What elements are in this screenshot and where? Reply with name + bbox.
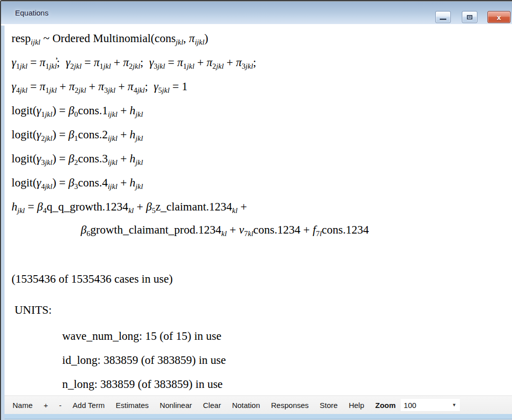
toolbar-button-nonlinear[interactable]: Nonlinear: [154, 401, 198, 409]
toolbar-button-responses[interactable]: Responses: [266, 401, 314, 409]
zoom-value: 100: [404, 401, 416, 409]
restore-button[interactable]: [462, 11, 477, 23]
equations-toolbar: Name+-Add TermEstimatesNonlinearClearNot…: [5, 395, 512, 414]
units-line: wave_num_long: 15 (of 15) in use: [5, 327, 512, 345]
units-line: id_long: 383859 (of 383859) in use: [5, 351, 512, 369]
minimize-button[interactable]: [435, 11, 451, 23]
equation-line[interactable]: respijkl ~ Ordered Multinomial(consjkl, …: [5, 30, 512, 48]
equation-line[interactable]: logit(γ1jkl) = β0cons.1ijkl + hjkl: [5, 102, 512, 120]
toolbar-buttons: Name+-Add TermEstimatesNonlinearClearNot…: [5, 401, 370, 409]
title-bar[interactable]: Equations x: [1, 1, 512, 24]
close-icon: x: [497, 14, 501, 21]
equation-line[interactable]: logit(γ4jkl) = β3cons.4ijkl + hjkl: [5, 174, 512, 192]
toolbar-button-estimates[interactable]: Estimates: [110, 401, 154, 409]
toolbar-button-add-term[interactable]: Add Term: [67, 401, 110, 409]
toolbar-button-store[interactable]: Store: [314, 401, 344, 409]
window-frame-left: [1, 26, 5, 420]
equation-area: respijkl ~ Ordered Multinomial(consjkl, …: [5, 24, 512, 395]
info-line: UNITS:: [5, 301, 512, 319]
equation-line[interactable]: γ1jkl = π1jkl҆; γ2jkl = π1jkl + π2jkl; γ…: [5, 54, 512, 72]
equations-window: Equations x respijkl ~ Ordered Multinomi…: [0, 0, 512, 420]
toolbar-button-help[interactable]: Help: [343, 401, 370, 409]
units-line: n_long: 383859 (of 383859) in use: [5, 375, 512, 393]
restore-icon: [467, 15, 472, 20]
toolbar-button-clear[interactable]: Clear: [198, 401, 227, 409]
window-frame-bottom: [5, 414, 512, 419]
window-title: Equations: [15, 9, 49, 17]
chevron-down-icon: ▼: [452, 402, 456, 407]
equation-line[interactable]: β6growth_claimant_prod.1234kl + v7klcons…: [5, 221, 512, 239]
info-line: (1535436 of 1535436 cases in use): [5, 270, 512, 288]
toolbar-button-name[interactable]: Name: [7, 401, 38, 409]
toolbar-button-[interactable]: +: [38, 401, 54, 409]
toolbar-button-[interactable]: -: [54, 401, 67, 409]
zoom-label: Zoom: [370, 401, 399, 409]
equation-line[interactable]: γ4jkl = π1jkl + π2jkl + π3jkl + π4jkl; γ…: [5, 78, 512, 96]
toolbar-button-notation[interactable]: Notation: [227, 401, 266, 409]
close-button[interactable]: x: [487, 11, 510, 23]
zoom-select[interactable]: 100 ▼: [401, 399, 460, 411]
equation-line[interactable]: logit(γ3jkl) = β2cons.3ijkl + hjkl: [5, 150, 512, 168]
equation-line[interactable]: hjkl = β4q_q_growth.1234kl + β5z_claiman…: [5, 198, 512, 216]
minimize-icon: [440, 19, 446, 20]
equation-line[interactable]: logit(γ2jkl) = β1cons.2ijkl + hjkl: [5, 126, 512, 144]
